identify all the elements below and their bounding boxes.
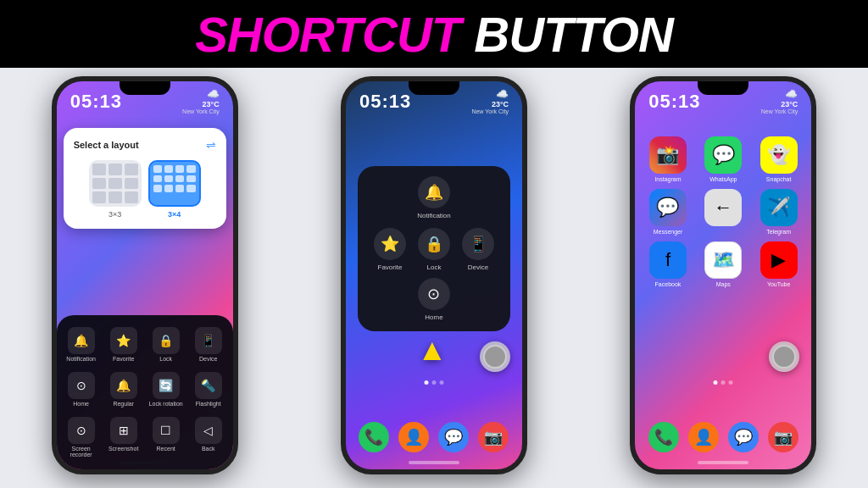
shortcut-flashlight-icon: 🔦: [195, 372, 222, 399]
fm-lock[interactable]: 🔒 Lock: [412, 228, 456, 271]
app-back[interactable]: ←: [699, 189, 748, 235]
whatsapp-label: WhatsApp: [709, 176, 737, 182]
notch-3: [698, 81, 748, 95]
shortcut-device[interactable]: 📱 Device: [189, 324, 228, 365]
fm-notification-icon: 🔔: [418, 176, 450, 208]
shortcut-favorite-icon: ⭐: [110, 327, 137, 354]
shortcut-favorite-label: Favorite: [113, 356, 134, 362]
app-maps[interactable]: 🗺️ Maps: [699, 241, 748, 287]
filter-icon[interactable]: ⇌: [206, 138, 216, 152]
grid-cell: [92, 191, 106, 203]
dock-dot: [729, 380, 733, 385]
fm-middle-row: ⭐ Favorite 🔒 Lock 📱 Device: [368, 228, 500, 271]
fm-lock-icon: 🔒: [418, 228, 450, 260]
weather-1: ☁️ 23°C New York City: [182, 88, 220, 114]
app-whatsapp[interactable]: 💬 WhatsApp: [699, 136, 748, 182]
snapchat-icon: 👻: [760, 136, 798, 174]
dock-app-phone-3[interactable]: 📞: [648, 422, 679, 452]
shortcut-back-label: Back: [202, 446, 215, 452]
shortcut-lock[interactable]: 🔒 Lock: [147, 324, 186, 365]
time-1: 05:13: [70, 91, 122, 113]
layout-label-3x3: 3×3: [108, 210, 121, 219]
app-youtube[interactable]: ▶ YouTube: [754, 241, 803, 287]
dock-dot: [439, 380, 443, 385]
shortcut-device-icon: 📱: [195, 327, 222, 354]
shortcut-flashlight[interactable]: 🔦 Flashlight: [189, 369, 228, 410]
layout-grid-3x4: [148, 160, 201, 207]
dock-app-contacts-3[interactable]: 👤: [688, 422, 719, 452]
grid-cell: [175, 175, 184, 183]
dock-dot: [424, 380, 428, 385]
app-instagram[interactable]: 📸 Instagram: [643, 136, 692, 182]
dock-app-phone[interactable]: 📞: [359, 422, 389, 452]
shortcut-home-label: Home: [73, 401, 89, 407]
shortcut-regular[interactable]: 🔔 Regular: [104, 369, 143, 410]
time-2: 05:13: [359, 91, 411, 113]
layout-option-3x4[interactable]: 3×4: [148, 160, 201, 219]
header-bar: SHORTCUT BUTTON: [0, 0, 868, 68]
fm-favorite[interactable]: ⭐ Favorite: [368, 228, 412, 271]
main-content: 05:13 ☁️ 23°C New York City Select a lay…: [0, 68, 868, 488]
shortcut-screenshot-label: Screenshot: [108, 446, 138, 452]
app-facebook[interactable]: f Facebook: [643, 241, 692, 287]
weather-icon-1: ☁️: [207, 88, 220, 100]
fm-device-label: Device: [468, 263, 488, 271]
grid-cell: [108, 164, 122, 175]
home-indicator-2: [409, 461, 459, 464]
grid-cell: [164, 165, 173, 173]
shortcut-home[interactable]: ⊙ Home: [62, 369, 101, 410]
back-arrow-icon: ←: [704, 189, 742, 226]
layout-popup[interactable]: Select a layout ⇌: [64, 128, 226, 229]
dock-app-camera-3[interactable]: 📷: [768, 422, 798, 452]
shortcut-back[interactable]: ◁ Back: [189, 413, 228, 461]
shortcut-favorite[interactable]: ⭐ Favorite: [104, 324, 143, 365]
dock-app-contacts[interactable]: 👤: [398, 422, 429, 452]
app-grid: 📸 Instagram 💬 WhatsApp 👻 Snapchat 💬 Mess…: [643, 136, 803, 287]
youtube-label: YouTube: [767, 281, 791, 287]
grid-cell: [186, 185, 195, 192]
weather-icon-3: ☁️: [785, 88, 798, 100]
arrow-pointer: ▲: [417, 332, 448, 368]
shortcut-device-label: Device: [199, 356, 217, 362]
shortcut-screenshot[interactable]: ⊞ Screenshot: [104, 413, 143, 461]
fm-home[interactable]: ⊙ Home: [368, 278, 500, 321]
fm-notification[interactable]: 🔔 Notification: [368, 176, 500, 219]
temp-2: 23°C: [492, 100, 509, 108]
instagram-icon: 📸: [649, 136, 687, 174]
whatsapp-icon: 💬: [704, 136, 742, 174]
notch-2: [409, 81, 459, 95]
youtube-icon: ▶: [760, 241, 798, 279]
layout-option-3x3[interactable]: 3×3: [89, 160, 142, 219]
grid-cell: [175, 165, 184, 173]
app-messenger[interactable]: 💬 Messenger: [643, 189, 692, 235]
shortcut-screen-recorder-icon: ⊙: [68, 417, 95, 444]
grid-cell: [186, 165, 195, 173]
dock-app-messages[interactable]: 💬: [438, 422, 469, 452]
shortcut-lock-rotation[interactable]: 🔄 Lock rotation: [147, 369, 186, 410]
shortcut-notification[interactable]: 🔔 Notification: [62, 324, 101, 365]
shortcut-home-icon: ⊙: [68, 372, 95, 399]
grid-cell: [125, 191, 138, 203]
grid-cell: [92, 178, 106, 190]
floating-button-2[interactable]: [480, 341, 510, 372]
bottom-dock-2: 📞 👤 💬 📷: [354, 422, 514, 452]
fm-notification-label: Notification: [417, 212, 451, 219]
floating-menu[interactable]: 🔔 Notification ⭐ Favorite 🔒 Lock 📱: [358, 166, 510, 331]
app-telegram[interactable]: ✈️ Telegram: [754, 189, 803, 235]
shortcut-screen-recorder[interactable]: ⊙ Screen recorder: [62, 413, 101, 461]
shortcut-lock-rotation-icon: 🔄: [153, 372, 180, 399]
layout-label-3x4: 3×4: [168, 210, 181, 219]
dock-app-messages-3[interactable]: 💬: [728, 422, 759, 452]
time-3: 05:13: [648, 91, 700, 113]
shortcut-regular-label: Regular: [113, 401, 134, 407]
weather-3: ☁️ 23°C New York City: [761, 88, 798, 114]
grid-cell: [164, 175, 173, 183]
facebook-icon: f: [649, 241, 687, 279]
grid-cell: [175, 185, 184, 192]
phone-frame-3: 05:13 ☁️ 23°C New York City 📸 Instagram …: [630, 76, 816, 474]
shortcut-recent[interactable]: ☐ Recent: [147, 413, 186, 461]
dock-dot: [721, 380, 726, 385]
fm-device[interactable]: 📱 Device: [456, 228, 500, 271]
dock-app-camera[interactable]: 📷: [478, 422, 509, 452]
app-snapchat[interactable]: 👻 Snapchat: [754, 136, 803, 182]
